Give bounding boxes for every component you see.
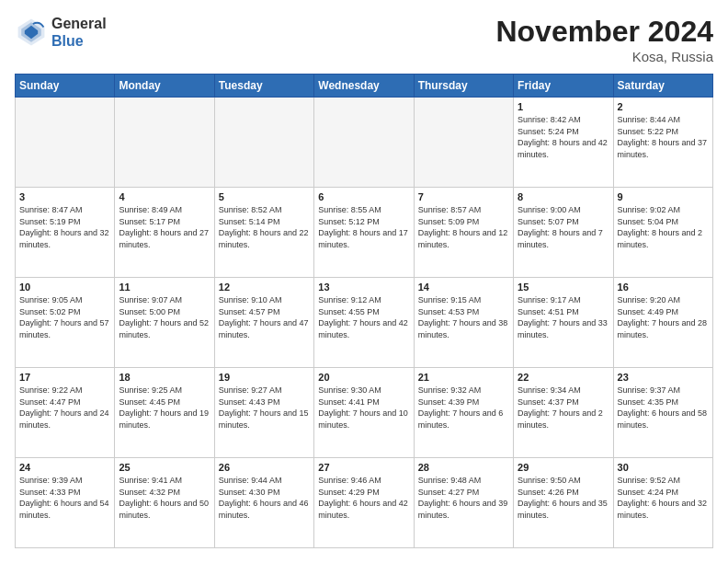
day-info: Sunrise: 8:57 AM Sunset: 5:09 PM Dayligh… (418, 204, 509, 250)
calendar-cell: 21Sunrise: 9:32 AM Sunset: 4:39 PM Dayli… (414, 368, 513, 458)
day-info: Sunrise: 9:20 AM Sunset: 4:49 PM Dayligh… (618, 294, 709, 340)
day-info: Sunrise: 9:46 AM Sunset: 4:29 PM Dayligh… (318, 475, 409, 521)
calendar-table: SundayMondayTuesdayWednesdayThursdayFrid… (15, 74, 713, 548)
calendar-cell (115, 98, 214, 188)
day-info: Sunrise: 9:48 AM Sunset: 4:27 PM Dayligh… (418, 475, 509, 521)
day-info: Sunrise: 8:47 AM Sunset: 5:19 PM Dayligh… (19, 204, 110, 250)
calendar-cell: 17Sunrise: 9:22 AM Sunset: 4:47 PM Dayli… (16, 368, 115, 458)
day-number: 5 (219, 191, 310, 202)
day-info: Sunrise: 9:17 AM Sunset: 4:51 PM Dayligh… (518, 294, 609, 340)
day-number: 25 (119, 462, 210, 473)
calendar-week-4: 17Sunrise: 9:22 AM Sunset: 4:47 PM Dayli… (16, 368, 713, 458)
day-number: 9 (618, 191, 709, 202)
day-number: 12 (219, 282, 310, 293)
day-number: 19 (219, 372, 310, 383)
day-number: 27 (318, 462, 409, 473)
day-number: 10 (19, 282, 110, 293)
calendar-cell (414, 98, 513, 188)
calendar-cell: 22Sunrise: 9:34 AM Sunset: 4:37 PM Dayli… (514, 368, 613, 458)
logo-blue: Blue (51, 32, 107, 50)
calendar-cell: 10Sunrise: 9:05 AM Sunset: 5:02 PM Dayli… (16, 278, 115, 368)
day-info: Sunrise: 9:02 AM Sunset: 5:04 PM Dayligh… (618, 204, 709, 250)
weekday-header-row: SundayMondayTuesdayWednesdayThursdayFrid… (16, 75, 713, 98)
calendar-cell: 23Sunrise: 9:37 AM Sunset: 4:35 PM Dayli… (613, 368, 712, 458)
day-number: 29 (518, 462, 609, 473)
calendar-cell: 24Sunrise: 9:39 AM Sunset: 4:33 PM Dayli… (16, 458, 115, 548)
day-number: 18 (119, 372, 210, 383)
weekday-header-thursday: Thursday (414, 75, 513, 98)
day-number: 4 (119, 191, 210, 202)
day-number: 22 (518, 372, 609, 383)
calendar-cell: 7Sunrise: 8:57 AM Sunset: 5:09 PM Daylig… (414, 188, 513, 278)
calendar-cell: 4Sunrise: 8:49 AM Sunset: 5:17 PM Daylig… (115, 188, 214, 278)
day-number: 11 (119, 282, 210, 293)
calendar-cell: 25Sunrise: 9:41 AM Sunset: 4:32 PM Dayli… (115, 458, 214, 548)
day-number: 6 (318, 191, 409, 202)
calendar-week-1: 1Sunrise: 8:42 AM Sunset: 5:24 PM Daylig… (16, 98, 713, 188)
day-info: Sunrise: 9:50 AM Sunset: 4:26 PM Dayligh… (518, 475, 609, 521)
day-info: Sunrise: 9:12 AM Sunset: 4:55 PM Dayligh… (318, 294, 409, 340)
page: General Blue November 2024 Kosa, Russia … (0, 0, 728, 563)
day-info: Sunrise: 9:41 AM Sunset: 4:32 PM Dayligh… (119, 475, 210, 521)
month-title: November 2024 (495, 15, 713, 49)
day-number: 23 (618, 372, 709, 383)
day-info: Sunrise: 9:10 AM Sunset: 4:57 PM Dayligh… (219, 294, 310, 340)
weekday-header-friday: Friday (514, 75, 613, 98)
day-number: 1 (518, 101, 609, 112)
day-info: Sunrise: 9:34 AM Sunset: 4:37 PM Dayligh… (518, 385, 609, 431)
day-info: Sunrise: 9:25 AM Sunset: 4:45 PM Dayligh… (119, 385, 210, 431)
day-number: 20 (318, 372, 409, 383)
calendar-cell: 16Sunrise: 9:20 AM Sunset: 4:49 PM Dayli… (613, 278, 712, 368)
logo-general: General (51, 15, 107, 32)
calendar-cell: 1Sunrise: 8:42 AM Sunset: 5:24 PM Daylig… (514, 98, 613, 188)
calendar-cell: 11Sunrise: 9:07 AM Sunset: 5:00 PM Dayli… (115, 278, 214, 368)
weekday-header-saturday: Saturday (613, 75, 712, 98)
calendar-header: SundayMondayTuesdayWednesdayThursdayFrid… (16, 75, 713, 98)
weekday-header-monday: Monday (115, 75, 214, 98)
calendar-cell: 26Sunrise: 9:44 AM Sunset: 4:30 PM Dayli… (214, 458, 313, 548)
calendar-cell: 2Sunrise: 8:44 AM Sunset: 5:22 PM Daylig… (613, 98, 712, 188)
calendar-cell: 6Sunrise: 8:55 AM Sunset: 5:12 PM Daylig… (314, 188, 414, 278)
day-info: Sunrise: 9:39 AM Sunset: 4:33 PM Dayligh… (19, 475, 110, 521)
day-info: Sunrise: 9:05 AM Sunset: 5:02 PM Dayligh… (19, 294, 110, 340)
day-info: Sunrise: 8:49 AM Sunset: 5:17 PM Dayligh… (119, 204, 210, 250)
weekday-header-tuesday: Tuesday (214, 75, 313, 98)
day-info: Sunrise: 9:15 AM Sunset: 4:53 PM Dayligh… (418, 294, 509, 340)
day-info: Sunrise: 9:32 AM Sunset: 4:39 PM Dayligh… (418, 385, 509, 431)
day-number: 30 (618, 462, 709, 473)
day-number: 2 (618, 101, 709, 112)
logo: General Blue (15, 15, 107, 50)
day-number: 26 (219, 462, 310, 473)
calendar-body: 1Sunrise: 8:42 AM Sunset: 5:24 PM Daylig… (16, 98, 713, 548)
location: Kosa, Russia (495, 49, 713, 64)
calendar-cell (16, 98, 115, 188)
calendar-week-3: 10Sunrise: 9:05 AM Sunset: 5:02 PM Dayli… (16, 278, 713, 368)
day-info: Sunrise: 8:44 AM Sunset: 5:22 PM Dayligh… (618, 114, 709, 160)
calendar-cell: 20Sunrise: 9:30 AM Sunset: 4:41 PM Dayli… (314, 368, 414, 458)
day-number: 8 (518, 191, 609, 202)
day-number: 14 (418, 282, 509, 293)
calendar-cell: 8Sunrise: 9:00 AM Sunset: 5:07 PM Daylig… (514, 188, 613, 278)
calendar-cell: 3Sunrise: 8:47 AM Sunset: 5:19 PM Daylig… (16, 188, 115, 278)
day-number: 13 (318, 282, 409, 293)
day-info: Sunrise: 9:22 AM Sunset: 4:47 PM Dayligh… (19, 385, 110, 431)
calendar-week-5: 24Sunrise: 9:39 AM Sunset: 4:33 PM Dayli… (16, 458, 713, 548)
calendar-cell: 12Sunrise: 9:10 AM Sunset: 4:57 PM Dayli… (214, 278, 313, 368)
calendar-cell: 29Sunrise: 9:50 AM Sunset: 4:26 PM Dayli… (514, 458, 613, 548)
weekday-header-wednesday: Wednesday (314, 75, 414, 98)
day-info: Sunrise: 9:52 AM Sunset: 4:24 PM Dayligh… (618, 475, 709, 521)
calendar-cell: 18Sunrise: 9:25 AM Sunset: 4:45 PM Dayli… (115, 368, 214, 458)
calendar-cell: 30Sunrise: 9:52 AM Sunset: 4:24 PM Dayli… (613, 458, 712, 548)
calendar-cell: 13Sunrise: 9:12 AM Sunset: 4:55 PM Dayli… (314, 278, 414, 368)
day-number: 7 (418, 191, 509, 202)
day-info: Sunrise: 8:55 AM Sunset: 5:12 PM Dayligh… (318, 204, 409, 250)
calendar-cell (214, 98, 313, 188)
calendar-cell: 5Sunrise: 8:52 AM Sunset: 5:14 PM Daylig… (214, 188, 313, 278)
calendar-cell: 9Sunrise: 9:02 AM Sunset: 5:04 PM Daylig… (613, 188, 712, 278)
header: General Blue November 2024 Kosa, Russia (15, 15, 713, 64)
calendar-cell: 28Sunrise: 9:48 AM Sunset: 4:27 PM Dayli… (414, 458, 513, 548)
calendar-cell (314, 98, 414, 188)
day-number: 28 (418, 462, 509, 473)
day-info: Sunrise: 9:30 AM Sunset: 4:41 PM Dayligh… (318, 385, 409, 431)
day-info: Sunrise: 8:42 AM Sunset: 5:24 PM Dayligh… (518, 114, 609, 160)
